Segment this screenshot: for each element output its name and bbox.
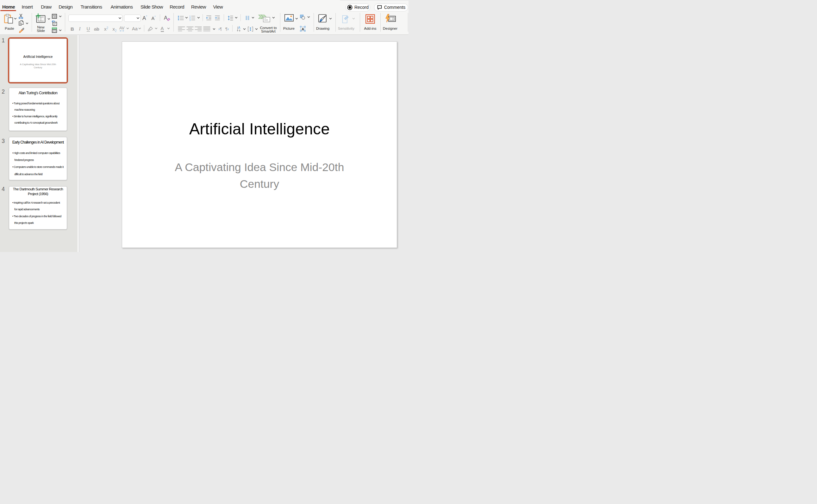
- svg-text:AV: AV: [119, 26, 125, 30]
- svg-text:A: A: [238, 26, 240, 29]
- svg-text:3: 3: [189, 19, 191, 21]
- svg-text:A: A: [302, 27, 304, 31]
